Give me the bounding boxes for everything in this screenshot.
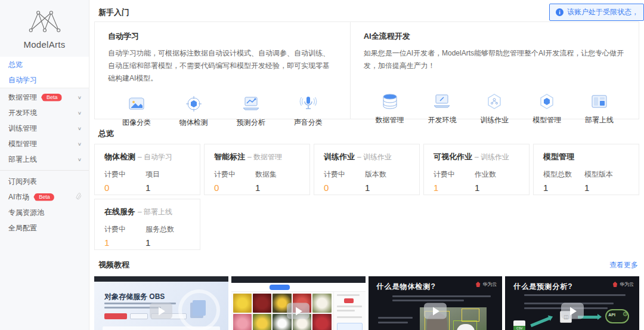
billing-count: 0 <box>104 183 145 193</box>
dev-environment-icon <box>428 92 456 111</box>
thumb-side-panel <box>333 292 366 330</box>
chevron-down-icon: ∨ <box>78 126 82 131</box>
data-management-icon <box>376 92 404 111</box>
play-icon <box>287 303 309 319</box>
huaweicloud-logo: 华为云 <box>475 281 497 288</box>
play-icon <box>424 303 447 319</box>
info-icon: i <box>556 8 564 16</box>
stat-card-object-detection[interactable]: 物体检测– 自动学习 计费中0 项目1 <box>94 144 200 195</box>
auto-learning-panel: 自动学习 自动学习功能，可根据标注数据自动设计模式、自动调参、自动训练、自动压缩… <box>95 22 351 119</box>
sidebar-item-auto-learning[interactable]: 自动学习 <box>0 72 89 88</box>
video-thumbnail-object-detection[interactable]: 什么是物体检测? 华为云 <box>369 276 503 330</box>
object-detection-icon <box>179 94 208 113</box>
billing-count: 0 <box>324 183 365 193</box>
thumb-image-grid <box>231 292 333 330</box>
ai-workflow-panel: AI全流程开发 如果您是一位AI开发者，ModelArts能够帮助您管理整个AI… <box>351 22 639 119</box>
chevron-down-icon: ∨ <box>78 141 82 147</box>
getting-started-title: 新手入门 <box>98 7 129 18</box>
sidebar-item-overview[interactable]: 总览 <box>0 57 89 72</box>
paperclip-icon <box>76 193 82 202</box>
overview-title: 总览 <box>98 128 639 139</box>
thumb-title: 什么是预测分析? <box>513 282 572 292</box>
chevron-down-icon: ∨ <box>78 95 82 100</box>
video-tutorials-title: 视频教程 <box>98 260 129 270</box>
huawei-flame-icon <box>475 282 481 287</box>
sidebar: ModelArts 总览 自动学习 数据管理 Beta ∨ 开发环境 ∨ 训练管… <box>0 0 89 330</box>
billing-count: 0 <box>214 183 255 193</box>
sidebar-item-ai-market[interactable]: AI市场 Beta <box>0 189 89 205</box>
huawei-flame-icon <box>612 282 618 287</box>
sidebar-item-deployment[interactable]: 部署上线 ∨ <box>0 152 89 167</box>
thumb-navbar <box>231 276 366 283</box>
billing-count: 1 <box>434 183 475 193</box>
stat-card-smart-labeling[interactable]: 智能标注– 数据管理 计费中0 数据集1 <box>204 144 310 195</box>
ai-workflow-description: 如果您是一位AI开发者，ModelArts能够帮助您管理整个AI开发流程，让您专… <box>364 47 626 72</box>
auto-learning-title: 自动学习 <box>108 31 337 42</box>
ai-workflow-title: AI全流程开发 <box>364 31 626 42</box>
alert-text: 该账户处于受限状态， <box>567 7 639 17</box>
beta-badge: Beta <box>33 193 54 201</box>
feature-dev-environment[interactable]: 开发环境 <box>428 92 456 125</box>
sidebar-item-global-config[interactable]: 全局配置 <box>0 220 89 236</box>
feature-predictive-analysis[interactable]: 预测分析 <box>237 94 265 128</box>
app-title: ModelArts <box>0 39 89 50</box>
gear-icon: ⚙ <box>622 310 628 318</box>
feature-image-classification[interactable]: 图像分类 <box>122 94 151 128</box>
feature-data-management[interactable]: 数据管理 <box>376 92 404 125</box>
sidebar-item-dedicated-resource-pool[interactable]: 专属资源池 <box>0 205 89 220</box>
thumb-title: 什么是物体检测? <box>377 282 436 292</box>
huaweicloud-logo: 华为云 <box>612 281 634 288</box>
stat-card-visualization-job[interactable]: 可视化作业– 训练作业 计费中1 作业数1 <box>423 144 530 195</box>
account-restricted-alert: i 该账户处于受限状态， <box>549 4 644 21</box>
modelarts-logo: ModelArts <box>0 0 89 57</box>
feature-model-management[interactable]: 模型管理 <box>532 92 561 125</box>
thumb-navbar <box>94 276 228 282</box>
image-classification-icon <box>122 94 151 113</box>
feature-sound-classification[interactable]: 声音分类 <box>294 94 323 128</box>
stat-card-online-service[interactable]: 在线服务– 部署上线 计费中1 服务总数1 <box>94 199 200 250</box>
getting-started-card: 自动学习 自动学习功能，可根据标注数据自动设计模式、自动调参、自动训练、自动压缩… <box>94 21 639 119</box>
feature-object-detection[interactable]: 物体检测 <box>179 94 208 128</box>
feature-training-job[interactable]: 训练作业 <box>480 92 509 125</box>
billing-count: 1 <box>104 238 145 248</box>
view-more-link[interactable]: 查看更多 <box>609 260 638 270</box>
thumb-title: 对象存储服务 OBS <box>104 292 165 302</box>
predictive-analysis-icon <box>237 94 265 113</box>
thumb-red-button <box>104 313 127 319</box>
stat-card-training-job[interactable]: 训练作业– 训练作业 计费中0 版本数1 <box>314 144 420 195</box>
play-icon <box>561 303 584 319</box>
sidebar-item-data-management[interactable]: 数据管理 Beta ∨ <box>0 90 89 105</box>
csv-file-icon: CSV <box>513 320 525 330</box>
video-thumbnail-data-labeling[interactable] <box>231 276 366 330</box>
sidebar-item-dev-environment[interactable]: 开发环境 ∨ <box>0 105 89 121</box>
main-content: 新手入门 i 该账户处于受限状态， 自动学习 自动学习功能，可根据标注数据自动设… <box>89 0 644 330</box>
api-cloud-icon: API⚙ <box>605 309 629 323</box>
chevron-down-icon: ∨ <box>78 110 82 116</box>
chevron-down-icon: ∨ <box>78 157 82 162</box>
stat-card-model-management[interactable]: 模型管理 模型总数1 模型版本1 <box>533 144 639 195</box>
beta-badge: Beta <box>41 94 62 101</box>
sidebar-divider <box>0 170 89 171</box>
modelarts-logo-icon <box>26 8 63 35</box>
sidebar-item-model-management[interactable]: 模型管理 ∨ <box>0 136 89 152</box>
model-management-icon <box>532 92 561 111</box>
auto-learning-description: 自动学习功能，可根据标注数据自动设计模式、自动调参、自动训练、自动压缩和部署模型… <box>108 47 337 85</box>
play-icon <box>150 303 172 319</box>
sound-classification-icon <box>294 94 323 113</box>
sidebar-item-training-management[interactable]: 训练管理 ∨ <box>0 121 89 136</box>
deployment-icon <box>585 92 614 111</box>
feature-deployment[interactable]: 部署上线 <box>585 92 614 125</box>
video-thumbnail-predictive-analysis[interactable]: 什么是预测分析? 华为云 CSV ◫ ↗ API⚙ API⚙ <box>505 276 639 330</box>
sidebar-item-subscription-list[interactable]: 订阅列表 <box>0 174 89 189</box>
video-thumbnail-obs[interactable]: 对象存储服务 OBS 产品优势 <box>94 276 228 330</box>
training-job-icon <box>480 92 509 111</box>
